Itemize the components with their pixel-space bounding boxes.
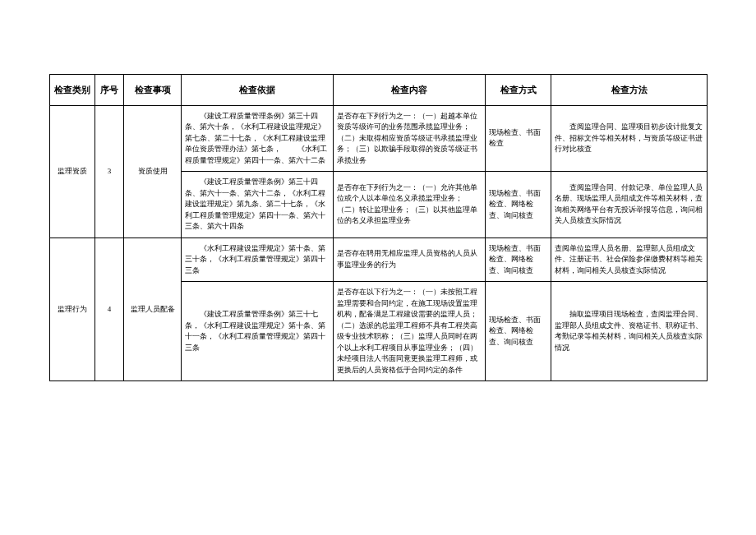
header-method: 检查方法	[551, 75, 708, 106]
cell-basis: 《建设工程质量管理条例》第三十七条，《水利工程建设监理规定》第十条、第十一条，《…	[182, 282, 334, 381]
header-basis: 检查依据	[182, 75, 334, 106]
cell-method: 抽取监理项目现场检查，查阅监理合同、监理部人员组成文件、资格证书、职称证书、考勤…	[551, 282, 708, 381]
header-row: 检查类别 序号 检查事项 检查依据 检查内容 检查方式 检查方法	[50, 75, 708, 106]
cell-mode: 现场检查、书面检查、网络检查、询问核查	[486, 238, 551, 282]
header-seq: 序号	[95, 75, 124, 106]
header-content: 检查内容	[334, 75, 486, 106]
cell-basis: 《建设工程质量管理条例》第三十四条、第六十条，《水利工程建设监理规定》第七条、第…	[182, 105, 334, 172]
cell-mode: 现场检查、书面检查	[486, 105, 551, 172]
table-row: 监理资质 3 资质使用 《建设工程质量管理条例》第三十四条、第六十条，《水利工程…	[50, 105, 708, 172]
table-row: 监理行为 4 监理人员配备 《水利工程建设监理规定》第十条、第三十条，《水利工程…	[50, 238, 708, 282]
inspection-table: 检查类别 序号 检查事项 检查依据 检查内容 检查方式 检查方法 监理资质 3 …	[49, 74, 708, 381]
cell-basis: 《水利工程建设监理规定》第十条、第三十条，《水利工程质量管理规定》第四十三条	[182, 238, 334, 282]
header-category: 检查类别	[50, 75, 95, 106]
cell-mode: 现场检查、书面检查、网络检查、询问核查	[486, 172, 551, 238]
cell-method: 查阅单位监理人员名册、监理部人员组成文件、注册证书、社会保险参保缴费材料等相关材…	[551, 238, 708, 282]
cell-basis: 《建设工程质量管理条例》第三十四条、第六十一条、第六十二条，《水利工程建设监理规…	[182, 172, 334, 238]
cell-item: 监理人员配备	[124, 238, 182, 381]
header-mode: 检查方式	[486, 75, 551, 106]
cell-method: 查阅监理合同、监理项目初步设计批复文件、招标文件等相关材料，与资质等级证书进行对…	[551, 105, 708, 172]
cell-content: 是否存在以下行为之一：（一）未按照工程监理需要和合同约定，在施工现场设置监理机构…	[334, 282, 486, 381]
cell-item: 资质使用	[124, 105, 182, 238]
cell-content: 是否存在聘用无相应监理人员资格的人员从事监理业务的行为	[334, 238, 486, 282]
cell-content: 是否存在下列行为之一：（一）超越本单位资质等级许可的业务范围承揽监理业务； （二…	[334, 105, 486, 172]
cell-method: 查阅监理合同、付款记录、单位监理人员名册、现场监理人员组成文件等相关材料，查询相…	[551, 172, 708, 238]
cell-category: 监理资质	[50, 105, 95, 238]
cell-mode: 现场检查、书面检查、网络检查、询问核查	[486, 282, 551, 381]
cell-seq: 3	[95, 105, 124, 238]
header-item: 检查事项	[124, 75, 182, 106]
cell-content: 是否存在下列行为之一：（一）允许其他单位或个人以本单位名义承揽监理业务；（二）转…	[334, 172, 486, 238]
cell-category: 监理行为	[50, 238, 95, 381]
cell-seq: 4	[95, 238, 124, 381]
